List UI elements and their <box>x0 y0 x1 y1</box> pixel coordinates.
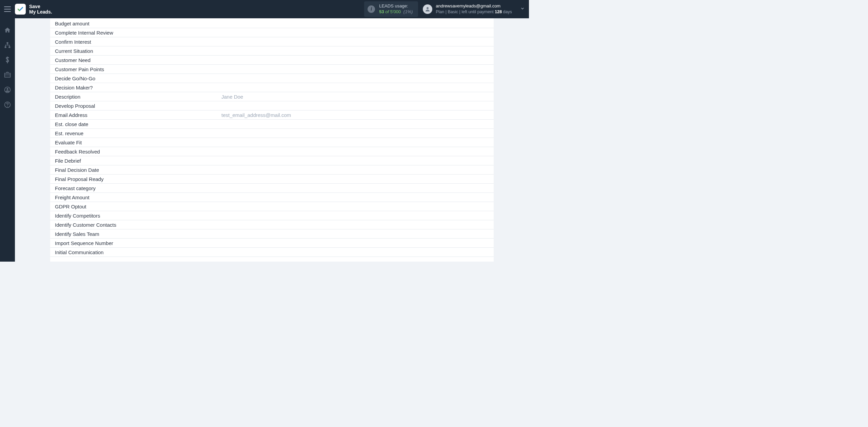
sidebar-item-home[interactable] <box>4 26 11 34</box>
field-label: Identify Competitors <box>50 213 221 219</box>
brand-logo[interactable] <box>15 4 26 15</box>
usage-widget[interactable]: i LEADS usage: 53 of 5'000 (1%) <box>364 1 418 17</box>
field-row[interactable]: Identify Sales Team <box>50 229 494 239</box>
sidebar-item-help[interactable] <box>4 101 11 108</box>
field-label: Import Sequence Number <box>50 240 221 246</box>
field-label: Description <box>50 94 221 100</box>
usage-text: LEADS usage: 53 of 5'000 (1%) <box>379 3 413 15</box>
field-label: Final Proposal Ready <box>50 176 221 182</box>
field-label: Decide Go/No-Go <box>50 76 221 81</box>
check-icon <box>17 6 24 13</box>
user-menu-toggle[interactable] <box>520 6 525 12</box>
svg-rect-2 <box>5 46 6 48</box>
field-row[interactable]: Confirm Interest <box>50 37 494 46</box>
chevron-down-icon <box>520 6 525 11</box>
field-row[interactable]: Customer Pain Points <box>50 65 494 74</box>
user-icon <box>425 6 431 12</box>
field-label: Final Decision Date <box>50 167 221 173</box>
field-row[interactable]: Freight Amount <box>50 193 494 202</box>
field-row[interactable]: Evaluate Fit <box>50 138 494 147</box>
user-menu[interactable]: andrewsavemyleads@gmail.com Plan | Basic… <box>423 3 512 15</box>
help-icon <box>4 101 11 108</box>
home-icon <box>4 27 11 34</box>
field-label: Forecast category <box>50 185 221 191</box>
field-label: Evaluate Fit <box>50 140 221 145</box>
svg-point-5 <box>7 88 8 90</box>
field-row[interactable]: Complete Internal Review <box>50 28 494 37</box>
field-row[interactable]: Import Sequence Number <box>50 239 494 248</box>
field-label: Email Address <box>50 112 221 118</box>
field-row[interactable]: Customer Need <box>50 56 494 65</box>
dollar-icon <box>5 57 10 63</box>
brand-line1: Save <box>29 4 52 9</box>
user-plan: Plan | Basic | left until payment 128 da… <box>436 9 512 15</box>
field-label: Current Situation <box>50 48 221 54</box>
info-icon: i <box>368 5 375 13</box>
field-label: Identify Customer Contacts <box>50 222 221 228</box>
field-label: Confirm Interest <box>50 39 221 45</box>
sidebar-item-briefcase[interactable] <box>4 71 11 79</box>
field-label: Customer Pain Points <box>50 66 221 72</box>
content-area: Budget amountComplete Internal ReviewCon… <box>15 18 529 262</box>
menu-toggle-button[interactable] <box>4 6 11 12</box>
field-row[interactable]: Email Addresstest_email_address@mail.com <box>50 110 494 120</box>
usage-title: LEADS usage: <box>379 3 413 9</box>
sitemap-icon <box>4 42 11 48</box>
brand-name: Save My Leads. <box>29 4 52 15</box>
field-label: Complete Internal Review <box>50 30 221 36</box>
field-label: Identify Sales Team <box>50 231 221 237</box>
field-row[interactable]: DescriptionJane Doe <box>50 92 494 101</box>
field-row[interactable]: Decide Go/No-Go <box>50 74 494 83</box>
svg-point-0 <box>427 7 429 9</box>
field-label: GDPR Optout <box>50 204 221 209</box>
field-row[interactable]: Forecast category <box>50 184 494 193</box>
field-label: Decision Maker? <box>50 85 221 90</box>
field-label: Develop Proposal <box>50 103 221 109</box>
field-value: Jane Doe <box>221 94 243 100</box>
field-label: Freight Amount <box>50 195 221 200</box>
svg-rect-3 <box>8 46 10 48</box>
field-list: Budget amountComplete Internal ReviewCon… <box>50 18 494 257</box>
field-row[interactable]: Current Situation <box>50 46 494 56</box>
field-label: Budget amount <box>50 21 221 26</box>
briefcase-icon <box>4 72 11 78</box>
field-row[interactable]: Final Proposal Ready <box>50 175 494 184</box>
svg-rect-1 <box>7 42 8 44</box>
field-label: Customer Need <box>50 57 221 63</box>
field-label: Est. close date <box>50 121 221 127</box>
user-info: andrewsavemyleads@gmail.com Plan | Basic… <box>436 3 512 15</box>
user-circle-icon <box>4 86 11 93</box>
field-row[interactable]: Identify Customer Contacts <box>50 220 494 229</box>
usage-detail: 53 of 5'000 (1%) <box>379 9 413 15</box>
field-row[interactable]: Decision Maker? <box>50 83 494 92</box>
field-row[interactable]: Est. close date <box>50 120 494 129</box>
field-label: File Debrief <box>50 158 221 164</box>
sidebar <box>0 18 15 262</box>
field-row[interactable]: Budget amount <box>50 19 494 28</box>
header: Save My Leads. i LEADS usage: 53 of 5'00… <box>0 0 529 18</box>
field-row[interactable]: Feedback Resolved <box>50 147 494 156</box>
user-email: andrewsavemyleads@gmail.com <box>436 3 512 9</box>
field-label: Est. revenue <box>50 130 221 136</box>
avatar <box>423 4 432 14</box>
field-row[interactable]: Final Decision Date <box>50 165 494 175</box>
svg-point-7 <box>7 106 8 106</box>
field-row[interactable]: File Debrief <box>50 156 494 165</box>
sidebar-item-billing[interactable] <box>4 56 11 64</box>
field-row[interactable]: Est. revenue <box>50 129 494 138</box>
sidebar-item-sitemap[interactable] <box>4 41 11 49</box>
field-label: Feedback Resolved <box>50 149 221 155</box>
field-row[interactable]: Initial Communication <box>50 248 494 257</box>
field-value: test_email_address@mail.com <box>221 112 291 118</box>
field-label: Initial Communication <box>50 249 221 255</box>
field-row[interactable]: Develop Proposal <box>50 101 494 110</box>
field-card: Budget amountComplete Internal ReviewCon… <box>50 18 494 262</box>
sidebar-item-account[interactable] <box>4 86 11 94</box>
field-row[interactable]: GDPR Optout <box>50 202 494 211</box>
brand-line2: My Leads. <box>29 9 52 15</box>
field-row[interactable]: Identify Competitors <box>50 211 494 220</box>
